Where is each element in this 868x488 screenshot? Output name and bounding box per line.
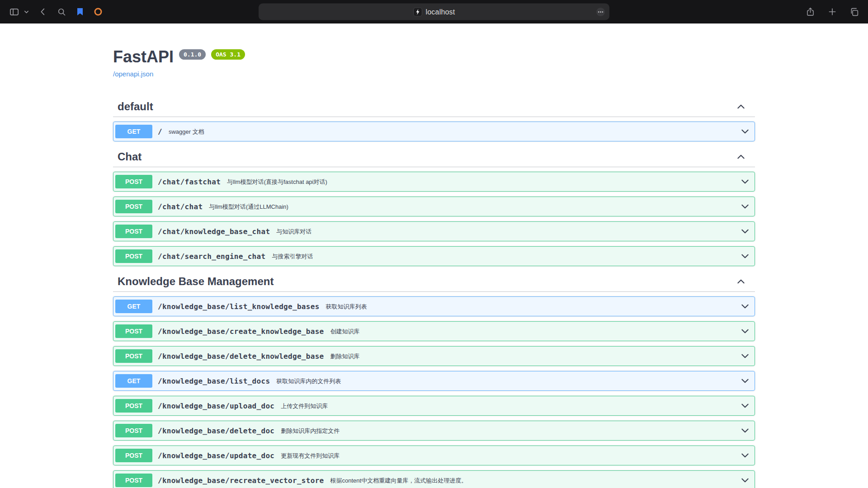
endpoint-list: GET / swagger 文档 (113, 122, 755, 141)
endpoint-path: /knowledge_base/delete_knowledge_base (158, 352, 324, 361)
chevron-down-icon (740, 127, 750, 136)
api-tag-section: Knowledge Base Management GET /knowledge… (113, 271, 755, 488)
endpoint-summary: 删除知识库 (330, 352, 360, 361)
chevron-down-icon (24, 9, 29, 14)
endpoint-summary: 与llm模型对话(直接与fastchat api对话) (227, 178, 327, 186)
endpoint-expand-button[interactable] (739, 351, 751, 361)
endpoint-row[interactable]: POST /knowledge_base/recreate_vector_sto… (113, 470, 755, 488)
endpoint-summary: 创建知识库 (330, 327, 360, 336)
endpoint-list: GET /knowledge_base/list_knowledge_bases… (113, 296, 755, 488)
endpoint-row[interactable]: POST /chat/chat 与llm模型对话(通过LLMChain) (113, 197, 755, 216)
section-header[interactable]: default (113, 96, 755, 117)
section-collapse-button[interactable] (736, 152, 746, 162)
section-collapse-button[interactable] (736, 102, 746, 112)
endpoint-summary: 更新现有文件到知识库 (281, 451, 340, 460)
toolbar-right-controls (805, 6, 860, 18)
address-bar[interactable]: localhost (259, 4, 609, 20)
endpoint-expand-button[interactable] (739, 226, 751, 236)
search-button[interactable] (56, 6, 67, 18)
endpoint-expand-button[interactable] (739, 127, 751, 136)
chevron-down-icon (740, 450, 750, 460)
endpoint-row[interactable]: POST /chat/knowledge_base_chat 与知识库对话 (113, 221, 755, 241)
section-title: Chat (118, 150, 736, 163)
endpoint-row[interactable]: GET /knowledge_base/list_docs 获取知识库内的文件列… (113, 371, 755, 391)
endpoint-row[interactable]: POST /knowledge_base/delete_doc 删除知识库内指定… (113, 421, 755, 441)
sidebar-toggle-icon (9, 7, 19, 17)
endpoint-expand-button[interactable] (739, 177, 751, 187)
chevron-down-icon (740, 475, 750, 485)
endpoint-summary: 与搜索引擎对话 (272, 252, 313, 261)
endpoint-expand-button[interactable] (739, 450, 751, 460)
version-badge: 0.1.0 (179, 49, 206, 60)
search-icon (57, 7, 66, 17)
extension-blue-button[interactable] (75, 6, 85, 17)
endpoint-expand-button[interactable] (739, 202, 751, 211)
chevron-down-icon (740, 177, 750, 187)
endpoint-row[interactable]: POST /knowledge_base/delete_knowledge_ba… (113, 346, 755, 366)
method-badge: GET (115, 374, 152, 388)
endpoint-row[interactable]: POST /knowledge_base/create_knowledge_ba… (113, 321, 755, 341)
back-button[interactable] (37, 6, 49, 18)
method-badge: GET (115, 125, 152, 138)
endpoint-expand-button[interactable] (739, 401, 751, 411)
section-title: Knowledge Base Management (118, 275, 736, 288)
tab-group-chevron-button[interactable] (23, 9, 30, 15)
endpoint-summary: 与知识库对话 (276, 227, 311, 236)
endpoint-expand-button[interactable] (739, 426, 751, 436)
openapi-json-link[interactable]: /openapi.json (113, 70, 153, 78)
endpoint-path: / (158, 127, 162, 136)
endpoint-expand-button[interactable] (739, 301, 751, 311)
method-badge: POST (115, 449, 152, 462)
chevron-down-icon (740, 351, 750, 361)
endpoint-path: /chat/search_engine_chat (158, 252, 265, 261)
endpoint-expand-button[interactable] (739, 326, 751, 336)
extension-orange-button[interactable] (93, 6, 104, 17)
chevron-down-icon (740, 202, 750, 211)
section-header[interactable]: Chat (113, 146, 755, 167)
endpoint-path: /knowledge_base/list_knowledge_bases (158, 302, 320, 311)
endpoint-row[interactable]: POST /chat/search_engine_chat 与搜索引擎对话 (113, 246, 755, 266)
swagger-page: FastAPI 0.1.0 OAS 3.1 /openapi.json defa… (0, 23, 868, 488)
endpoint-summary: 获取知识库内的文件列表 (276, 377, 341, 385)
share-button[interactable] (805, 6, 816, 18)
method-badge: POST (115, 249, 152, 263)
chevron-up-icon (736, 277, 746, 286)
endpoint-expand-button[interactable] (739, 376, 751, 386)
chevron-down-icon (740, 326, 750, 336)
endpoint-expand-button[interactable] (739, 475, 751, 485)
endpoint-expand-button[interactable] (739, 251, 751, 261)
site-favicon-icon (413, 7, 422, 16)
browser-toolbar: localhost (0, 0, 868, 23)
toolbar-left-controls (8, 6, 104, 18)
chevron-up-icon (736, 102, 746, 112)
tab-overview-button[interactable] (849, 6, 860, 18)
endpoint-row[interactable]: POST /knowledge_base/upload_doc 上传文件到知识库 (113, 396, 755, 416)
method-badge: POST (115, 399, 152, 413)
endpoint-path: /knowledge_base/create_knowledge_base (158, 327, 324, 336)
endpoint-row[interactable]: POST /knowledge_base/update_doc 更新现有文件到知… (113, 446, 755, 465)
extension-blue-icon (75, 7, 85, 16)
endpoint-path: /knowledge_base/delete_doc (158, 427, 274, 435)
method-badge: POST (115, 424, 152, 437)
method-badge: POST (115, 324, 152, 338)
sidebar-toggle-button[interactable] (8, 6, 20, 18)
section-header[interactable]: Knowledge Base Management (113, 271, 755, 292)
endpoint-path: /knowledge_base/recreate_vector_store (158, 476, 324, 485)
plus-icon (828, 7, 837, 16)
endpoint-row[interactable]: GET / swagger 文档 (113, 122, 755, 141)
chevron-left-icon (38, 7, 48, 17)
endpoint-summary: 与llm模型对话(通过LLMChain) (209, 202, 288, 211)
new-tab-button[interactable] (827, 6, 838, 17)
page-settings-button[interactable] (596, 7, 605, 17)
endpoint-row[interactable]: POST /chat/fastchat 与llm模型对话(直接与fastchat… (113, 172, 755, 192)
page-title: FastAPI 0.1.0 OAS 3.1 (113, 47, 755, 67)
method-badge: GET (115, 300, 152, 313)
method-badge: POST (115, 200, 152, 213)
endpoint-row[interactable]: GET /knowledge_base/list_knowledge_bases… (113, 296, 755, 316)
section-collapse-button[interactable] (736, 277, 746, 286)
tab-overview-icon (849, 7, 859, 17)
endpoint-path: /knowledge_base/update_doc (158, 451, 274, 460)
chevron-down-icon (740, 426, 750, 436)
api-sections: default GET / swagger 文档 Chat (113, 96, 755, 488)
endpoint-list: POST /chat/fastchat 与llm模型对话(直接与fastchat… (113, 172, 755, 266)
